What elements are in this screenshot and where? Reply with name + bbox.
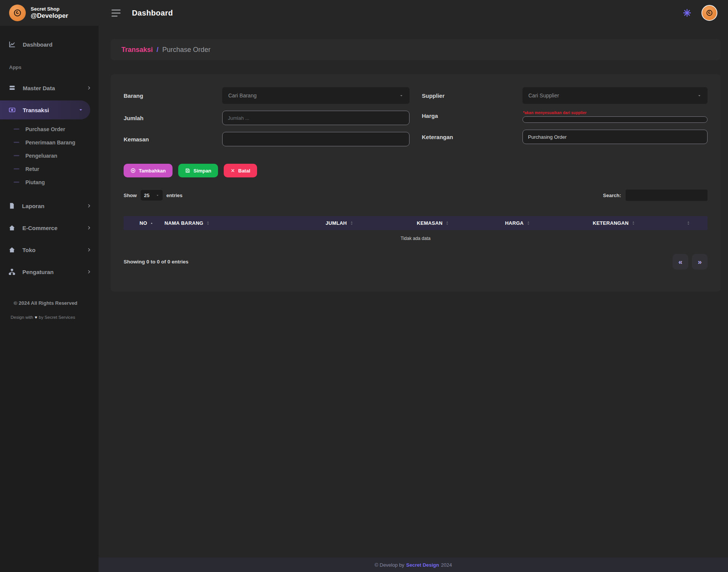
caret-down-icon <box>156 194 159 197</box>
column-kemasan[interactable]: KEMASAN <box>392 220 474 226</box>
settings-gear-icon[interactable] <box>682 8 692 17</box>
sidebar-item-dashboard[interactable]: Dashboard <box>0 36 99 53</box>
column-label: HARGA <box>505 220 524 226</box>
breadcrumb-section[interactable]: Transaksi <box>121 46 153 54</box>
sort-asc-icon <box>150 221 154 225</box>
sidebar-group-master-data[interactable]: Master Data <box>0 78 99 97</box>
sidebar-child-label: Pengeluaran <box>25 153 57 159</box>
kemasan-input[interactable] <box>222 132 410 146</box>
column-harga[interactable]: HARGA <box>474 220 562 226</box>
sidebar-child-label: Piutang <box>25 179 45 185</box>
brand-logo-icon <box>9 5 26 21</box>
sidebar-section-apps: Apps <box>0 53 99 75</box>
entries-label: entries <box>166 193 183 198</box>
sidebar-group-toko[interactable]: Toko <box>0 240 99 259</box>
search-label: Search: <box>603 193 621 198</box>
sort-icon <box>445 221 449 226</box>
brand-title: Secret Shop <box>31 6 68 12</box>
menu-toggle-icon[interactable] <box>111 9 121 17</box>
sidebar-item-retur[interactable]: Retur <box>0 162 99 176</box>
batal-button[interactable]: Batal <box>224 164 257 177</box>
keterangan-input[interactable] <box>522 130 708 144</box>
sort-icon <box>526 221 530 226</box>
topbar: Secret Shop @Developer Dashboard <box>0 0 728 26</box>
sidebar: Dashboard Apps Master Data Transaksi Pur… <box>0 26 99 572</box>
simpan-button[interactable]: Simpan <box>178 164 218 177</box>
sidebar-item-piutang[interactable]: Piutang <box>0 176 99 189</box>
chevron-down-icon <box>78 107 83 113</box>
column-jumlah[interactable]: JUMLAH <box>287 220 392 226</box>
harga-label: Harga <box>422 113 522 119</box>
column-label: NO <box>140 220 147 226</box>
purchase-order-table: NO NAMA BARANG JUMLAH <box>124 216 708 243</box>
sidebar-group-label: Laporan <box>22 203 44 209</box>
footer-brand-link[interactable]: Secret Design <box>406 562 439 568</box>
sidebar-child-label: Retur <box>25 166 39 172</box>
dash-icon <box>14 168 19 169</box>
sort-icon <box>206 221 210 226</box>
supplier-label: Supplier <box>422 92 522 99</box>
sidebar-group-ecommerce[interactable]: E-Commerce <box>0 218 99 237</box>
harga-row: Harga *akan menyesuaikan dari supplier <box>422 111 708 123</box>
pagination-prev-button[interactable]: « <box>673 254 688 270</box>
dash-icon <box>14 155 19 156</box>
column-label: JUMLAH <box>326 220 347 226</box>
purchase-order-form: Barang Cari Barang Jumlah Kemasan <box>124 87 708 153</box>
home-icon <box>8 246 16 254</box>
page-size-select[interactable]: 25 <box>141 190 163 201</box>
chevron-right-icon <box>86 269 92 274</box>
caret-down-icon <box>399 94 403 98</box>
harga-input[interactable] <box>522 116 708 123</box>
caret-down-icon <box>697 94 701 98</box>
sidebar-credit: Design with ♥ by Secret Services <box>11 315 99 320</box>
credit-suffix: by Secret Services <box>39 315 75 320</box>
wallet-icon <box>8 106 16 114</box>
form-actions: Tambahkan Simpan Batal <box>124 164 708 177</box>
heart-icon: ♥ <box>35 315 37 320</box>
page-title: Dashboard <box>132 9 173 17</box>
kemasan-label: Kemasan <box>124 136 222 143</box>
sidebar-group-pengaturan[interactable]: Pengaturan <box>0 262 99 281</box>
column-no[interactable]: NO <box>124 220 165 226</box>
breadcrumb-separator: / <box>157 46 158 54</box>
barang-select-value: Cari Barang <box>228 92 257 99</box>
column-label: NAMA BARANG <box>165 220 203 226</box>
app-footer: © Develop by Secret Design 2024 <box>99 558 728 572</box>
jumlah-row: Jumlah <box>124 111 410 125</box>
pagination-next-button[interactable]: » <box>692 254 708 270</box>
footer-prefix: © Develop by <box>375 562 404 568</box>
chevron-right-icon <box>86 225 92 230</box>
column-keterangan[interactable]: KETERANGAN <box>562 220 667 226</box>
tambahkan-button[interactable]: Tambahkan <box>124 164 173 177</box>
sidebar-item-penerimaan-barang[interactable]: Penerimaan Barang <box>0 136 99 149</box>
sidebar-item-purchase-order[interactable]: Purchase Order <box>0 122 99 136</box>
brand: Secret Shop @Developer <box>0 5 99 21</box>
supplier-select-value: Cari Supplier <box>529 92 559 99</box>
table-empty-message: Tidak ada data <box>124 230 708 243</box>
column-nama-barang[interactable]: NAMA BARANG <box>165 220 287 226</box>
kemasan-row: Kemasan <box>124 132 410 146</box>
user-avatar[interactable] <box>701 5 717 21</box>
column-actions[interactable] <box>667 221 708 226</box>
search-area: Search: <box>603 190 708 201</box>
breadcrumb-page: Purchase Order <box>162 46 210 54</box>
entries-info: Showing 0 to 0 of 0 entries <box>124 259 188 265</box>
sidebar-child-label: Penerimaan Barang <box>25 139 75 146</box>
sidebar-group-transaksi[interactable]: Transaksi <box>0 100 90 119</box>
search-input[interactable] <box>626 190 708 201</box>
sidebar-group-laporan[interactable]: Laporan <box>0 196 99 215</box>
breadcrumb: Transaksi / Purchase Order <box>111 39 720 60</box>
credit-prefix: Design with <box>11 315 33 320</box>
supplier-select[interactable]: Cari Supplier <box>522 87 708 104</box>
table-controls: Show 25 entries Search: <box>124 190 708 201</box>
pagination: « » <box>673 254 708 270</box>
sidebar-item-pengeluaran[interactable]: Pengeluaran <box>0 149 99 162</box>
barang-select[interactable]: Cari Barang <box>222 87 410 104</box>
jumlah-input[interactable] <box>222 111 410 125</box>
supplier-row: Supplier Cari Supplier <box>422 87 708 104</box>
sidebar-copyright: © 2024 All Rights Reserved <box>14 300 99 306</box>
dash-icon <box>14 129 19 130</box>
sidebar-child-label: Purchase Order <box>25 126 65 132</box>
sidebar-group-label: Pengaturan <box>22 269 54 275</box>
brand-subtitle: @Developer <box>31 12 68 20</box>
